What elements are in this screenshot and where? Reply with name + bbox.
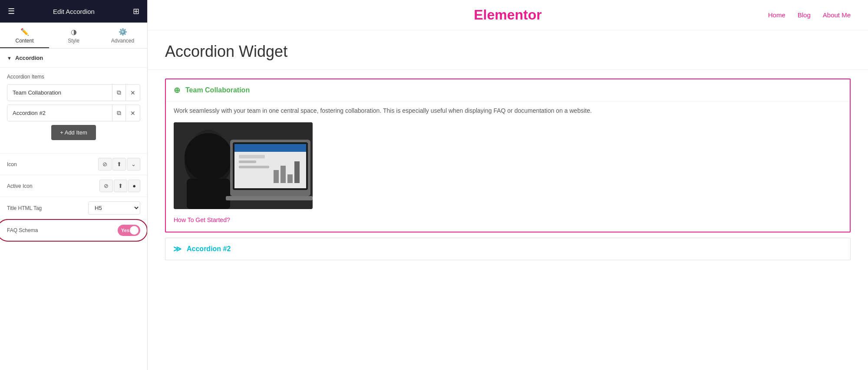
panel-collapse-handle[interactable]: ‹ xyxy=(147,177,148,194)
active-icon-field-row: Active Icon ⊘ ⬆ ● xyxy=(0,175,147,196)
icon-ban-button[interactable]: ⊘ xyxy=(98,158,112,170)
svg-point-3 xyxy=(185,133,232,181)
active-icon-ban-button[interactable]: ⊘ xyxy=(99,180,113,192)
accordion-item-1-delete-button[interactable]: ✕ xyxy=(125,85,140,101)
style-tab-label: Style xyxy=(68,38,79,44)
accordion-display-item-2: ≫ Accordion #2 xyxy=(165,238,851,260)
svg-rect-14 xyxy=(239,155,265,158)
accordion-item-1-duplicate-button[interactable]: ⧉ xyxy=(112,85,125,101)
accordion-widget-area: ⊕ Team Collaboration Work seamlessly wit… xyxy=(148,70,868,274)
faq-schema-yes-label: Yes xyxy=(121,228,129,233)
faq-schema-label: FAQ Schema xyxy=(7,227,38,233)
svg-rect-10 xyxy=(274,170,279,183)
accordion-display-title-1: Team Collaboration xyxy=(185,86,250,94)
page-title: Accordion Widget xyxy=(165,43,851,61)
accordion-item-1-input[interactable] xyxy=(7,85,112,100)
section-content: Accordion Items ⧉ ✕ ⧉ ✕ + Add Item xyxy=(0,68,147,153)
accordion-display-header-2[interactable]: ≫ Accordion #2 xyxy=(165,238,850,260)
nav-link-about[interactable]: About Me xyxy=(823,11,851,19)
accordion-item-2: ⧉ ✕ xyxy=(7,105,140,121)
style-tab-icon: ◑ xyxy=(71,28,77,36)
accordion-display-title-2: Accordion #2 xyxy=(187,245,231,253)
svg-rect-12 xyxy=(287,174,293,183)
accordion-link-1[interactable]: How To Get Started? xyxy=(174,216,230,223)
panel-title: Edit Accordion xyxy=(53,8,95,15)
icon-upload-button[interactable]: ⬆ xyxy=(112,158,126,170)
tab-style[interactable]: ◑ Style xyxy=(49,23,98,48)
advanced-tab-icon: ⚙️ xyxy=(119,28,127,36)
faq-schema-toggle[interactable]: Yes xyxy=(118,225,140,236)
accordion-item-2-delete-button[interactable]: ✕ xyxy=(125,105,140,121)
content-tab-icon: ✏️ xyxy=(20,28,29,36)
nav-link-blog[interactable]: Blog xyxy=(798,11,811,19)
svg-rect-13 xyxy=(294,161,300,183)
page-title-section: Accordion Widget xyxy=(148,30,868,70)
nav-link-home[interactable]: Home xyxy=(768,11,785,19)
svg-rect-8 xyxy=(234,144,306,152)
title-html-tag-select[interactable]: H5 H1 H2 H3 H4 H6 DIV SPAN P xyxy=(88,201,140,215)
accordion-display-body-1: Work seamlessly with your team in one ce… xyxy=(166,101,850,232)
grid-icon[interactable]: ⊞ xyxy=(133,7,139,16)
content-tab-label: Content xyxy=(15,38,33,44)
title-html-tag-label: Title HTML Tag xyxy=(7,205,42,211)
accordion-item-1: ⧉ ✕ xyxy=(7,84,140,101)
panel-header: ☰ Edit Accordion ⊞ xyxy=(0,0,147,23)
active-icon-buttons: ⊘ ⬆ ● xyxy=(99,180,140,192)
icon-buttons: ⊘ ⬆ ⌄ xyxy=(98,158,140,170)
main-content: Elementor Home Blog About Me Accordion W… xyxy=(148,0,868,370)
section-arrow-icon: ▼ xyxy=(7,56,12,61)
accordion-collapse-icon-2: ≫ xyxy=(173,244,182,254)
advanced-tab-label: Advanced xyxy=(111,38,134,44)
title-html-tag-row: Title HTML Tag H5 H1 H2 H3 H4 H6 DIV SPA… xyxy=(0,196,147,219)
accordion-display-item-1: ⊕ Team Collaboration Work seamlessly wit… xyxy=(165,79,851,232)
accordion-body-text-1: Work seamlessly with your team in one ce… xyxy=(174,106,842,115)
accordion-item-2-input[interactable] xyxy=(7,105,112,121)
active-icon-circle-button[interactable]: ● xyxy=(128,180,140,192)
svg-rect-15 xyxy=(239,160,256,163)
section-accordion-header[interactable]: ▼ Accordion xyxy=(0,49,147,68)
active-icon-field-label: Active Icon xyxy=(7,183,33,189)
icon-field-row: Icon ⊘ ⬆ ⌄ xyxy=(0,153,147,175)
accordion-display-header-1[interactable]: ⊕ Team Collaboration xyxy=(166,79,850,101)
top-nav: Elementor Home Blog About Me xyxy=(148,0,868,30)
faq-schema-toggle-wrapper: Yes xyxy=(118,225,140,236)
icon-field-label: Icon xyxy=(7,161,17,167)
icon-chevron-button[interactable]: ⌄ xyxy=(127,158,140,170)
accordion-items-label: Accordion Items xyxy=(7,74,140,80)
brand-logo: Elementor xyxy=(474,7,541,23)
add-item-button[interactable]: + Add Item xyxy=(51,125,96,140)
accordion-expand-icon-1: ⊕ xyxy=(174,85,180,95)
svg-rect-17 xyxy=(226,196,313,200)
faq-schema-row: FAQ Schema Yes xyxy=(0,219,147,241)
svg-rect-16 xyxy=(239,166,269,168)
svg-rect-11 xyxy=(281,166,286,183)
hamburger-icon[interactable]: ☰ xyxy=(8,7,15,16)
nav-links: Home Blog About Me xyxy=(768,11,851,19)
accordion-image-1 xyxy=(174,122,313,209)
tabs-row: ✏️ Content ◑ Style ⚙️ Advanced xyxy=(0,23,147,49)
tab-content[interactable]: ✏️ Content xyxy=(0,23,49,48)
active-icon-upload-button[interactable]: ⬆ xyxy=(114,180,127,192)
svg-rect-4 xyxy=(187,179,230,209)
section-accordion-label: Accordion xyxy=(15,55,43,61)
tab-advanced[interactable]: ⚙️ Advanced xyxy=(98,23,147,48)
accordion-item-2-duplicate-button[interactable]: ⧉ xyxy=(112,105,125,121)
left-panel: ☰ Edit Accordion ⊞ ✏️ Content ◑ Style ⚙️… xyxy=(0,0,148,370)
